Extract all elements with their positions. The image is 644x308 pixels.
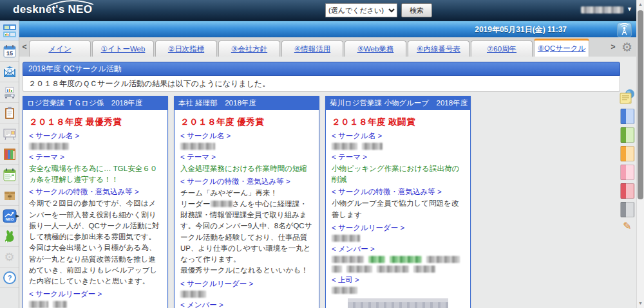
tab-strip: メイン①イトーWeb②日次指標③会社方針④情報活用⑤Web業務⑥内線番号表⑦60… [29, 39, 612, 57]
user-name-redacted[interactable] [581, 6, 623, 14]
sidebar-item-webmail[interactable] [0, 62, 19, 82]
panel-label: < テーマ > [332, 152, 464, 162]
edit-pencil-icon[interactable]: ✎ [623, 221, 631, 232]
scroll-down-icon[interactable]: ▼ [637, 299, 644, 308]
rabbit-mascot-icon [3, 230, 17, 244]
sidebar-item-portal[interactable] [0, 21, 19, 41]
scroll-up-icon[interactable]: ▲ [637, 0, 644, 9]
sidebar-item-facility[interactable] [0, 82, 19, 103]
task-list-icon [3, 168, 17, 182]
sidebar-item-document[interactable] [0, 144, 19, 165]
redacted-name [180, 291, 206, 298]
sidebar-item-cabinet[interactable] [0, 185, 19, 206]
redacted-name [211, 201, 232, 207]
circle-panel-logi-tg: ロジ営業課 ＴＧロジ係 2018年度２０１８年度 最優秀賞< サークル名 >< … [23, 96, 168, 308]
content-header: 2018年度 QCサークル活動 [23, 62, 620, 76]
sidebar-item-circular[interactable] [0, 103, 19, 123]
circle-panel-honsha-keiri: 本社 経理部 2018年度２０１８年度 優秀賞< サークル名 >< テーマ >入… [174, 96, 319, 308]
scrollbar-thumb[interactable] [638, 10, 643, 199]
panel-body: ２０１８年度 敢闘賞< サークル名 >< テーマ >小物ピッキング作業における誤… [326, 110, 470, 308]
vertical-scrollbar[interactable]: ▲ ▼ [636, 0, 644, 308]
redacted-name [180, 143, 215, 150]
redacted-name [390, 256, 422, 263]
svg-text:15: 15 [6, 50, 12, 57]
panel-label: < メンバー > [180, 300, 313, 308]
label-orange-icon[interactable] [620, 146, 634, 161]
panel-label: < サークル名 > [332, 131, 464, 141]
tab-label: メイン [48, 44, 71, 54]
portal-settings-gear-icon[interactable]: ⚙ [621, 39, 632, 56]
label-pink-icon[interactable] [620, 165, 634, 180]
panel-label: < テーマ > [180, 152, 313, 162]
tab-company-policy[interactable]: ③会社方針 [218, 41, 280, 57]
redacted-names-row [29, 301, 162, 308]
search-category-select[interactable]: (選んでください) [325, 3, 397, 17]
panel-label: < サークル名 > [29, 131, 162, 141]
panel-award: ２０１８年度 敢闘賞 [332, 116, 464, 128]
sidebar-item-todo[interactable] [0, 165, 19, 185]
tab-label: ③会社方針 [231, 44, 267, 54]
portal-sub-bar: 2019年05月31日(金) 11:37 [19, 21, 636, 37]
tab-label: ①イトーWeb [101, 44, 146, 54]
app-logo: desknet's NEO [13, 3, 92, 16]
tab-info-use[interactable]: ④情報活用 [281, 41, 343, 57]
label-blue-icon[interactable] [620, 109, 634, 124]
neo-chart-icon: NEO [3, 209, 17, 223]
award-photo [348, 298, 448, 308]
tab-label: ⑧QCサークル [538, 44, 585, 53]
search-button[interactable]: 検索 [401, 3, 432, 17]
clipboard-icon [3, 106, 17, 120]
sidebar-item-settings[interactable]: ⚙ [0, 247, 19, 267]
tab-ito-web[interactable]: ①イトーWeb [92, 41, 154, 57]
panel-label: < サークルリーダー > [29, 289, 162, 299]
panel-label: < サークルリーダー > [180, 279, 313, 289]
tab-label: ⑥内線番号表 [417, 44, 460, 54]
user-menu-caret-icon[interactable]: ▼ [627, 6, 632, 12]
right-icon-strip: ✎ [620, 89, 635, 232]
redacted-names-row [332, 256, 464, 273]
neotwi-broadcast-icon[interactable] [617, 23, 632, 37]
content-description: ２０１８年度のＱＣサークル活動の結果は以下のようになりました。 [23, 76, 620, 92]
panel-body: ２０１８年度 最優秀賞< サークル名 >< テーマ >安全な職場を作る為に… T… [23, 110, 167, 308]
redacted-name [332, 235, 360, 242]
redacted-names-row [332, 143, 464, 150]
label-green-icon[interactable] [620, 127, 634, 143]
redacted-name [426, 256, 460, 263]
label-red-icon[interactable] [620, 183, 634, 199]
tab-qc-circle[interactable]: ⑧QCサークル [534, 39, 589, 57]
memo-note-icon[interactable] [620, 89, 635, 105]
panel-body: ２０１８年度 優秀賞< サークル名 >< テーマ >入金処理業務における作業時間… [175, 110, 319, 308]
calendar-icon: 15 [3, 44, 17, 59]
tab-web-works[interactable]: ⑤Web業務 [345, 41, 406, 57]
tab-60th-anniv[interactable]: ⑦60周年 [471, 41, 533, 57]
sidebar-item-rabbit[interactable] [0, 226, 19, 247]
panel-text: チーム「みやぞーん」再来！ リーダーさんを中心に経理課・財務課・情報管理課全員で… [180, 188, 313, 276]
panel-label: < サークル名 > [180, 131, 313, 141]
current-datetime: 2019年05月31日(金) 11:37 [475, 24, 567, 35]
tab-extension-list[interactable]: ⑥内線番号表 [408, 41, 469, 57]
portal-content-area: 2018年度 QCサークル活動 ２０１８年度のＱＣサークル活動の結果は以下のよう… [19, 57, 636, 308]
sidebar-item-bulletin[interactable] [0, 123, 19, 144]
label-gray-icon[interactable] [620, 202, 634, 217]
redacted-names-row [332, 235, 464, 242]
sidebar-item-schedule[interactable]: 15 [0, 41, 19, 62]
help-icon: ? [3, 271, 17, 285]
settings-gear-dim-icon: ⚙ [4, 251, 14, 263]
redacted-name [368, 256, 385, 263]
tab-daily-index[interactable]: ②日次指標 [155, 41, 217, 57]
sidebar-item-neo-apps[interactable]: NEO ▶ [0, 206, 19, 226]
sidebar-item-help[interactable]: ? [0, 267, 19, 288]
panel-label: < サークルの特徴・意気込み等 > [29, 187, 162, 197]
tab-main[interactable]: メイン [29, 41, 91, 57]
app-sidebar: 15 NEO ▶ ⚙ ? [0, 21, 19, 308]
storage-box-icon [3, 188, 17, 203]
panel-title: 本社 経理部 2018年度 [175, 96, 319, 110]
tabs-scroll-left-icon[interactable]: < [21, 42, 28, 51]
redacted-name [29, 143, 69, 150]
mail-icon [3, 65, 17, 79]
redacted-names-row [29, 143, 162, 150]
tabs-scroll-right-icon[interactable]: > [609, 42, 617, 51]
tab-label: ④情報活用 [294, 44, 330, 54]
redacted-name [29, 301, 48, 308]
panel-theme: 入金処理業務における作業時間の短縮 [180, 163, 313, 174]
